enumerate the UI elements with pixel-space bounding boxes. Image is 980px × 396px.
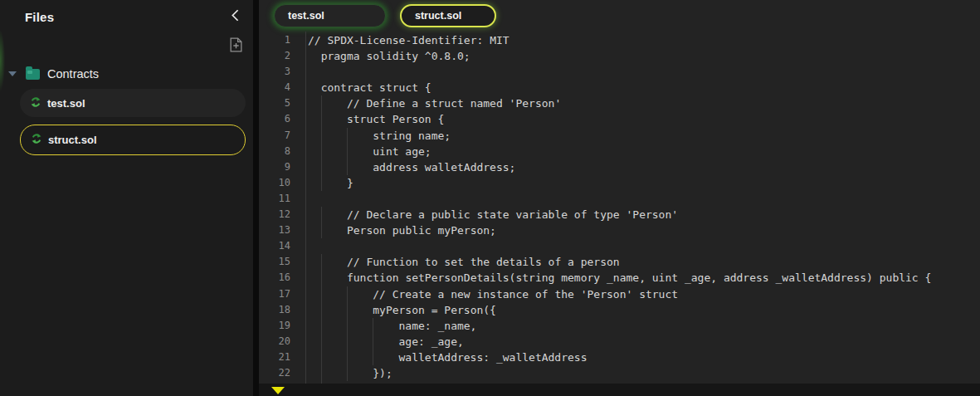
line-number: 21 <box>259 350 305 365</box>
code-text: // Create a new instance of the 'Person'… <box>373 286 678 302</box>
line-content: uint age; <box>305 144 431 159</box>
files-panel-actions <box>0 24 253 55</box>
code-line: 3 <box>259 64 980 80</box>
code-text: uint age; <box>373 144 431 159</box>
indent-guide <box>321 128 347 144</box>
code-line: 14 <box>259 238 980 254</box>
line-number: 16 <box>259 270 305 286</box>
code-line: 5// Define a struct named 'Person' <box>259 95 980 111</box>
indent-guide <box>347 334 373 350</box>
code-text: string name; <box>373 128 451 144</box>
indent-guide <box>308 128 321 144</box>
tab-struct-sol[interactable]: struct.sol <box>400 4 496 27</box>
indent-guide <box>321 318 347 334</box>
line-number: 11 <box>259 191 305 207</box>
line-number: 12 <box>259 207 305 222</box>
indent-guide <box>321 175 347 191</box>
line-number: 20 <box>259 334 305 350</box>
folder-item-contracts[interactable]: Contracts <box>8 67 253 81</box>
line-content: contract struct { <box>305 80 431 95</box>
code-text: name: _name, <box>399 318 477 334</box>
line-number: 14 <box>259 238 305 254</box>
code-line: 1// SPDX-License-Identifier: MIT <box>259 32 980 48</box>
ide-window: Files Contracts <box>0 0 980 396</box>
code-line: 20age: _age, <box>259 334 980 350</box>
line-number: 5 <box>259 95 305 111</box>
folder-name: Contracts <box>47 67 99 81</box>
line-number: 7 <box>259 128 305 144</box>
file-name: struct.sol <box>48 134 97 146</box>
indent-guide <box>308 318 321 334</box>
code-line: 4contract struct { <box>259 80 980 95</box>
chevron-left-icon <box>230 9 241 24</box>
indent-guide <box>308 175 321 191</box>
indent-guide <box>321 334 347 350</box>
line-number: 9 <box>259 159 305 175</box>
yellow-triangle-marker <box>271 387 285 394</box>
code-line: 12// Declare a public state variable of … <box>259 207 980 222</box>
indent-guide <box>373 350 398 365</box>
indent-guide <box>308 302 321 318</box>
code-line: 2pragma solidity ^0.8.0; <box>259 48 980 64</box>
indent-guide <box>321 270 347 286</box>
code-text: age: _age, <box>399 334 464 350</box>
new-file-icon <box>230 37 242 55</box>
collapse-panel-button[interactable] <box>230 9 241 24</box>
indent-guide <box>321 222 347 238</box>
line-number: 4 <box>259 80 305 95</box>
code-editor[interactable]: 1// SPDX-License-Identifier: MIT2pragma … <box>259 32 980 384</box>
new-file-button[interactable] <box>230 37 242 55</box>
indent-guide <box>347 302 373 318</box>
indent-guide <box>308 334 321 350</box>
code-text: myPerson = Person({ <box>373 302 496 318</box>
files-panel: Files Contracts <box>0 0 253 396</box>
tab-test-sol[interactable]: test.sol <box>274 4 386 27</box>
line-number: 13 <box>259 222 305 238</box>
line-content: address walletAddress; <box>305 159 515 175</box>
code-line: 16function setPersonDetails(string memor… <box>259 270 980 286</box>
file-item-test-sol[interactable]: test.sol <box>20 89 246 117</box>
indent-guide <box>347 350 373 365</box>
indent-guide <box>321 144 347 159</box>
line-number: 10 <box>259 175 305 191</box>
code-text: Person public myPerson; <box>347 222 496 238</box>
indent-guide <box>347 286 373 302</box>
indent-guide <box>347 144 373 159</box>
indent-guide <box>308 159 321 175</box>
code-line: 17// Create a new instance of the 'Perso… <box>259 286 980 302</box>
indent-guide <box>321 350 347 365</box>
code-text: // Declare a public state variable of ty… <box>347 207 678 222</box>
indent-guide <box>321 254 347 270</box>
indent-guide <box>308 144 321 159</box>
line-number: 6 <box>259 111 305 127</box>
sol-file-icon <box>30 96 41 110</box>
code-text: address walletAddress; <box>373 159 515 175</box>
code-text: } <box>347 175 353 191</box>
line-content: // Function to set the details of a pers… <box>305 254 620 270</box>
line-content: // Define a struct named 'Person' <box>305 95 561 111</box>
code-line: 7string name; <box>259 128 980 144</box>
line-content: // Declare a public state variable of ty… <box>305 207 678 222</box>
indent-guide <box>308 207 321 222</box>
indent-guide <box>321 207 347 222</box>
chevron-down-icon <box>8 71 17 76</box>
code-text: contract struct { <box>321 80 431 95</box>
indent-guide <box>308 95 321 111</box>
line-number: 15 <box>259 254 305 270</box>
file-item-struct-sol[interactable]: struct.sol <box>20 125 246 155</box>
indent-guide <box>308 111 321 127</box>
indent-guide <box>308 350 321 365</box>
line-content: // Create a new instance of the 'Person'… <box>305 286 678 302</box>
code-text: // Function to set the details of a pers… <box>347 254 620 270</box>
tab-bar: test.solstruct.sol <box>259 0 980 32</box>
code-line: 11 <box>259 191 980 207</box>
line-number: 3 <box>259 64 305 80</box>
code-line: 10} <box>259 175 980 191</box>
line-number: 19 <box>259 318 305 334</box>
line-number: 22 <box>259 365 305 381</box>
code-text: // SPDX-License-Identifier: MIT <box>308 32 510 48</box>
line-content: name: _name, <box>305 318 476 334</box>
code-line: 8uint age; <box>259 144 980 159</box>
indent-guide <box>347 365 373 381</box>
line-content: // SPDX-License-Identifier: MIT <box>305 32 510 48</box>
